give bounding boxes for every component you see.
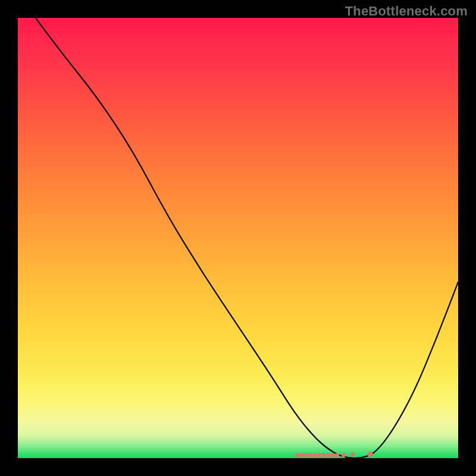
marker-dot: [309, 453, 313, 457]
marker-dot: [350, 453, 355, 457]
watermark-text: TheBottleneck.com: [345, 4, 468, 19]
marker-dot: [331, 453, 335, 457]
marker-dot: [317, 453, 321, 457]
marker-dot: [368, 452, 373, 457]
marker-dot: [304, 453, 308, 457]
plot-area: [18, 18, 458, 458]
marker-dot: [295, 453, 299, 457]
marker-dot: [322, 453, 326, 457]
chart-svg: [18, 18, 458, 458]
marker-dot: [326, 453, 330, 457]
marker-dot: [342, 453, 346, 457]
bottleneck-curve-line: [36, 18, 458, 458]
marker-dot: [335, 453, 339, 457]
marker-dot: [300, 453, 304, 457]
marker-dot: [313, 453, 317, 457]
